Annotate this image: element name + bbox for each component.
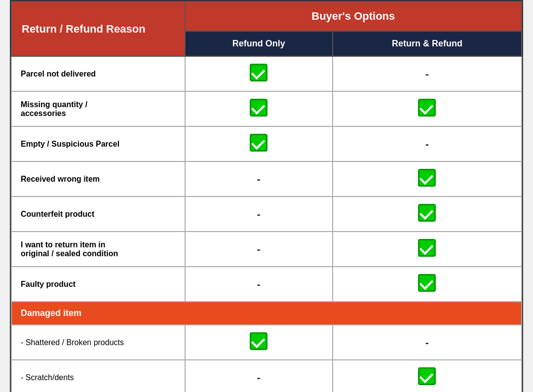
reason-cell: Received wrong item bbox=[11, 161, 185, 196]
return-refund-header: Return & Refund bbox=[333, 31, 522, 56]
table-row: Counterfeit product- bbox=[11, 196, 522, 232]
dash-icon: - bbox=[257, 278, 261, 290]
check-cell bbox=[333, 91, 522, 126]
dash-icon: - bbox=[425, 336, 429, 349]
dash-cell: - bbox=[185, 360, 333, 392]
table-row: Received wrong item- bbox=[11, 161, 522, 196]
dash-cell: - bbox=[185, 232, 333, 267]
main-table-wrapper: Return / Refund Reason Buyer's Options R… bbox=[10, 0, 523, 392]
check-cell bbox=[185, 91, 333, 126]
check-cell bbox=[185, 126, 333, 161]
check-cell bbox=[185, 56, 333, 91]
checkbox-icon bbox=[250, 134, 267, 152]
section-header-row: Damaged item bbox=[11, 302, 522, 325]
dash-cell: - bbox=[185, 196, 333, 232]
dash-icon: - bbox=[257, 243, 261, 255]
dash-cell: - bbox=[185, 161, 333, 196]
checkbox-icon bbox=[418, 239, 436, 257]
table-row: - Shattered / Broken products- bbox=[11, 325, 522, 360]
reason-cell: I want to return item inoriginal / seale… bbox=[11, 232, 185, 267]
dash-cell: - bbox=[185, 267, 333, 302]
table-row: I want to return item inoriginal / seale… bbox=[11, 232, 522, 267]
check-cell bbox=[333, 196, 522, 232]
checkbox-icon bbox=[250, 99, 267, 117]
dash-icon: - bbox=[257, 371, 261, 384]
buyers-options-header: Buyer's Options bbox=[185, 1, 522, 31]
reason-cell: Counterfeit product bbox=[11, 196, 185, 232]
checkbox-icon bbox=[418, 204, 436, 222]
dash-cell: - bbox=[333, 56, 522, 91]
reason-cell: Missing quantity /accessories bbox=[11, 91, 185, 126]
check-cell bbox=[333, 161, 522, 196]
column-reason-header: Return / Refund Reason bbox=[11, 1, 185, 56]
table-row: Faulty product- bbox=[11, 267, 522, 302]
dash-icon: - bbox=[425, 68, 429, 80]
check-cell bbox=[333, 360, 522, 392]
checkbox-icon bbox=[418, 274, 436, 292]
table-row: Missing quantity /accessories bbox=[11, 91, 522, 126]
check-cell bbox=[185, 325, 333, 360]
dash-icon: - bbox=[257, 208, 261, 220]
table-row: Empty / Suspicious Parcel- bbox=[11, 126, 522, 161]
checkbox-icon bbox=[418, 367, 436, 385]
refund-only-header: Refund Only bbox=[185, 31, 333, 56]
reason-cell: Faulty product bbox=[11, 267, 185, 302]
reason-cell: - Shattered / Broken products bbox=[11, 325, 185, 360]
check-cell bbox=[333, 267, 522, 302]
checkbox-icon bbox=[250, 64, 267, 81]
dash-cell: - bbox=[333, 325, 522, 360]
checkbox-icon bbox=[418, 99, 436, 117]
checkbox-icon bbox=[250, 332, 267, 350]
damaged-item-header: Damaged item bbox=[11, 302, 522, 325]
dash-icon: - bbox=[425, 138, 429, 150]
table-row: - Scratch/dents- bbox=[11, 360, 522, 392]
reason-cell: Empty / Suspicious Parcel bbox=[11, 126, 185, 161]
reason-cell: Parcel not delivered bbox=[11, 56, 185, 91]
check-cell bbox=[333, 232, 522, 267]
checkbox-icon bbox=[418, 169, 436, 187]
reason-cell: - Scratch/dents bbox=[11, 360, 185, 392]
dash-icon: - bbox=[257, 173, 261, 185]
dash-cell: - bbox=[333, 126, 522, 161]
table-row: Parcel not delivered- bbox=[11, 56, 522, 91]
